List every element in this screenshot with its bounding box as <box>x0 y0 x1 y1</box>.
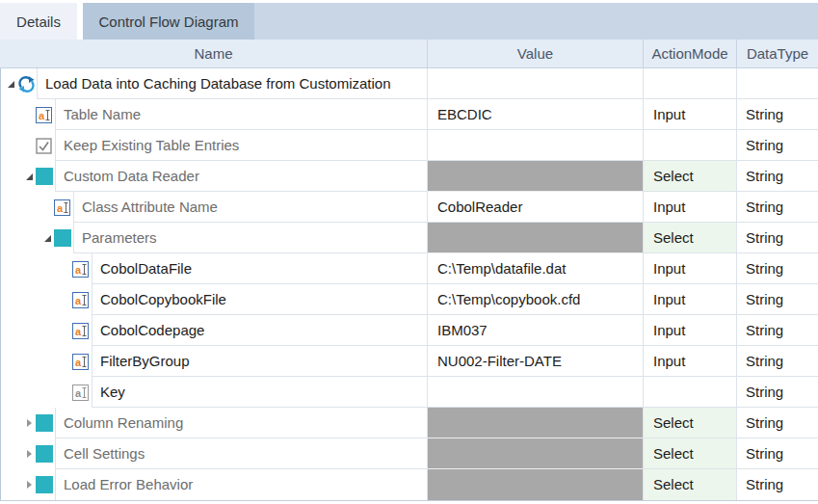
table-row: a Table Name EBCDIC Input String <box>1 99 818 130</box>
table-row: a CobolCopybookFile C:\Temp\copybook.cfd… <box>1 284 818 315</box>
name-cell[interactable]: Column Renaming <box>1 408 427 438</box>
actionmode-cell[interactable] <box>643 68 736 99</box>
datatype-cell: String <box>736 223 818 253</box>
datatype-cell: String <box>736 192 818 223</box>
table-row: Cell Settings Select String <box>1 438 818 469</box>
column-header-actionmode[interactable]: ActionMode <box>643 40 736 67</box>
name-cell[interactable]: a CobolDataFile <box>1 253 427 284</box>
value-cell[interactable] <box>427 68 643 99</box>
expander-collapsed-icon[interactable] <box>23 469 36 500</box>
text-field-disabled-icon: a <box>72 377 92 408</box>
value-cell[interactable]: CobolReader <box>427 192 643 223</box>
actionmode-cell[interactable]: Select <box>643 223 736 253</box>
table-row: Keep Existing Table Entries String <box>1 130 818 161</box>
value-cell[interactable]: C:\Temp\datafile.dat <box>427 253 643 284</box>
actionmode-cell[interactable]: Input <box>643 346 736 377</box>
actionmode-cell[interactable]: Input <box>643 284 736 315</box>
datatype-cell <box>736 68 818 99</box>
indent <box>1 99 23 130</box>
actionmode-cell[interactable]: Select <box>643 408 736 438</box>
expander-collapsed-icon[interactable] <box>23 438 36 469</box>
group-square-icon <box>36 469 55 500</box>
expander-placeholder <box>41 192 54 223</box>
expander-placeholder <box>60 346 72 377</box>
column-header-datatype[interactable]: DataType <box>736 40 818 67</box>
datatype-cell: String <box>736 346 818 377</box>
text-field-icon: a <box>72 346 92 377</box>
table-row: Load Data into Caching Database from Cus… <box>1 68 818 99</box>
table-row: a Key String <box>1 377 818 408</box>
name-cell[interactable]: a Key <box>1 377 427 408</box>
row-name: CobolCopybookFile <box>92 284 427 315</box>
group-square-icon <box>36 438 55 469</box>
datatype-cell: String <box>736 438 818 469</box>
name-cell[interactable]: Keep Existing Table Entries <box>1 130 427 161</box>
actionmode-cell[interactable]: Input <box>643 99 736 130</box>
actionmode-cell[interactable]: Select <box>643 438 736 469</box>
table-row: a FilterByGroup NU002-Filter-DATE Input … <box>1 346 818 377</box>
group-square-icon <box>36 408 55 438</box>
value-cell[interactable] <box>427 469 643 500</box>
indent <box>1 130 23 161</box>
value-cell[interactable] <box>427 130 643 161</box>
column-header-name[interactable]: Name <box>0 40 427 67</box>
expander-placeholder <box>60 284 72 315</box>
value-cell[interactable] <box>427 223 643 253</box>
value-cell[interactable] <box>427 438 643 469</box>
svg-text:a: a <box>75 294 82 305</box>
svg-text:a: a <box>39 109 45 120</box>
tab-details[interactable]: Details <box>0 3 77 40</box>
expander-placeholder <box>60 253 72 284</box>
actionmode-cell[interactable] <box>643 130 736 161</box>
expander-expanded-icon[interactable] <box>23 161 36 192</box>
tab-strip: Control Flow Diagram Details <box>0 0 818 40</box>
text-field-icon: a <box>54 192 73 223</box>
expander-expanded-icon[interactable] <box>5 68 17 99</box>
name-cell[interactable]: Load Error Behavior <box>1 469 427 500</box>
column-header-value[interactable]: Value <box>427 40 643 67</box>
checkbox-checked-icon[interactable] <box>36 130 55 161</box>
value-cell[interactable] <box>427 161 643 192</box>
value-cell[interactable]: NU002-Filter-DATE <box>427 346 643 377</box>
actionmode-cell[interactable]: Input <box>643 192 736 223</box>
actionmode-cell[interactable]: Select <box>643 161 736 192</box>
table-row: a Class Attribute Name CobolReader Input… <box>1 192 818 223</box>
datatype-cell: String <box>736 253 818 284</box>
actionmode-cell[interactable]: Select <box>643 469 736 500</box>
name-cell[interactable]: Load Data into Caching Database from Cus… <box>1 68 427 99</box>
name-cell[interactable]: Parameters <box>1 223 427 253</box>
indent <box>1 408 23 438</box>
value-cell[interactable]: IBM037 <box>427 315 643 346</box>
value-cell[interactable] <box>427 377 643 408</box>
actionmode-cell[interactable] <box>643 377 736 408</box>
indent <box>1 284 60 315</box>
name-cell[interactable]: a Class Attribute Name <box>1 192 427 223</box>
name-cell[interactable]: a CobolCodepage <box>1 315 427 346</box>
value-cell[interactable] <box>427 408 643 438</box>
indent <box>1 438 23 469</box>
value-cell[interactable]: C:\Temp\copybook.cfd <box>427 284 643 315</box>
indent <box>1 192 41 223</box>
name-cell[interactable]: a CobolCopybookFile <box>1 284 427 315</box>
name-cell[interactable]: Cell Settings <box>1 438 427 469</box>
name-cell[interactable]: Custom Data Reader <box>1 161 427 192</box>
table-row: Column Renaming Select String <box>1 408 818 438</box>
row-name: Load Data into Caching Database from Cus… <box>37 68 427 99</box>
actionmode-cell[interactable]: Input <box>643 253 736 284</box>
indent <box>1 161 23 192</box>
tab-control-flow-diagram[interactable]: Control Flow Diagram <box>83 3 254 40</box>
expander-expanded-icon[interactable] <box>41 223 54 253</box>
table-row: Custom Data Reader Select String <box>1 161 818 192</box>
row-name: Load Error Behavior <box>55 469 427 500</box>
details-pane: Control Flow Diagram Details Name Value … <box>0 0 818 504</box>
name-cell[interactable]: a Table Name <box>1 99 427 130</box>
expander-collapsed-icon[interactable] <box>23 408 36 438</box>
actionmode-cell[interactable]: Input <box>643 315 736 346</box>
name-cell[interactable]: a FilterByGroup <box>1 346 427 377</box>
value-cell[interactable]: EBCDIC <box>427 99 643 130</box>
group-square-icon <box>36 161 55 192</box>
tab-label: Control Flow Diagram <box>98 13 238 30</box>
indent <box>1 469 23 500</box>
row-name: Table Name <box>55 99 427 130</box>
row-name: CobolDataFile <box>92 253 427 284</box>
